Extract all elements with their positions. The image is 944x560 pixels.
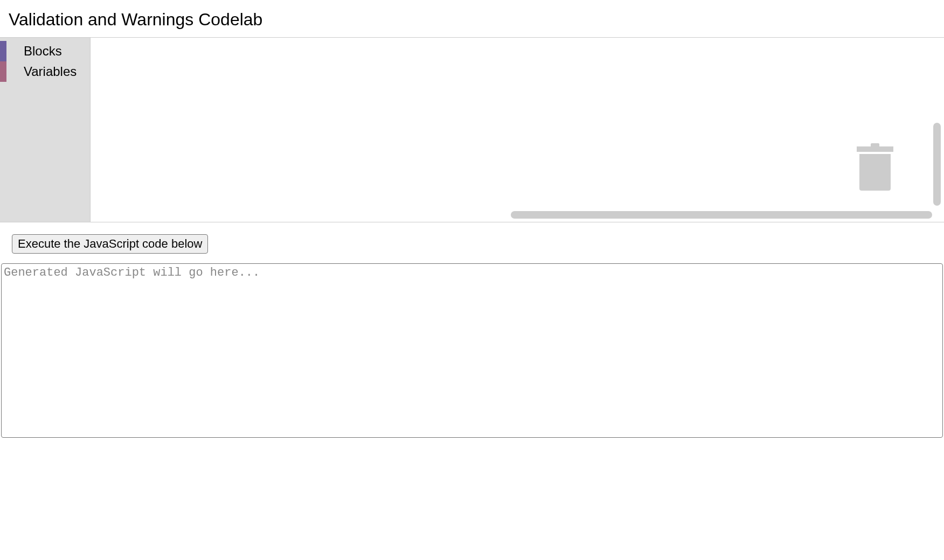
blockly-workspace: Blocks Variables: [0, 37, 944, 222]
horizontal-scrollbar[interactable]: [511, 211, 932, 219]
trash-body-icon: [859, 154, 891, 191]
category-color-swatch: [0, 61, 6, 82]
category-color-swatch: [0, 41, 6, 61]
execute-button[interactable]: Execute the JavaScript code below: [12, 234, 208, 254]
trash-lid-icon: [857, 146, 893, 152]
toolbox-category-label: Variables: [6, 64, 77, 79]
blockly-canvas[interactable]: [90, 38, 944, 222]
vertical-scrollbar[interactable]: [933, 123, 941, 206]
code-output-textarea[interactable]: [1, 263, 943, 438]
page-title: Validation and Warnings Codelab: [0, 0, 944, 37]
controls-row: Execute the JavaScript code below: [0, 222, 944, 263]
toolbox-category-label: Blocks: [6, 44, 62, 59]
toolbox: Blocks Variables: [0, 38, 90, 222]
toolbox-category-blocks[interactable]: Blocks: [0, 41, 90, 61]
toolbox-category-variables[interactable]: Variables: [0, 61, 90, 82]
trash-icon[interactable]: [857, 146, 893, 194]
